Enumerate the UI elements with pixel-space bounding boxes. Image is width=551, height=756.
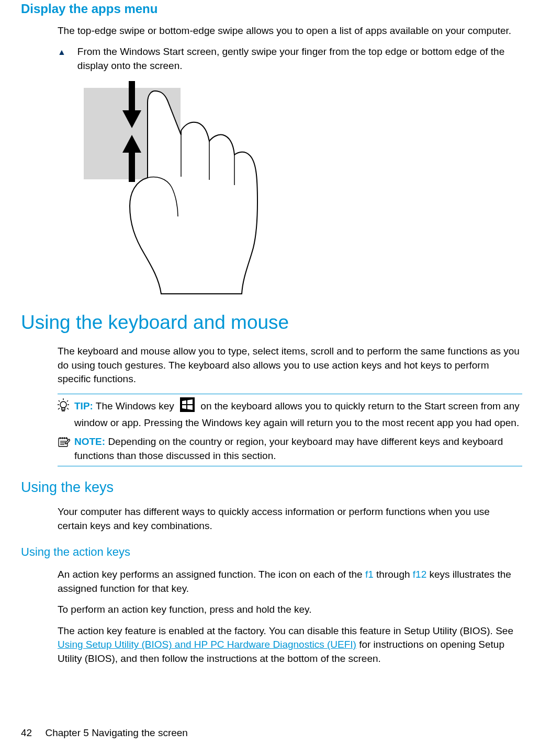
para-ak3-a: The action key feature is enabled at the… [58, 625, 513, 636]
hand-pointing-icon [126, 88, 262, 297]
para-keyboard-mouse: The keyboard and mouse allow you to type… [58, 345, 522, 386]
page-footer: 42 Chapter 5 Navigating the screen [21, 726, 188, 740]
tip-label: TIP: [74, 400, 93, 411]
svg-marker-16 [187, 399, 193, 404]
svg-line-7 [67, 400, 68, 402]
callout-rule-bottom [58, 466, 522, 466]
para-action-keys-1: An action key performs an assigned funct… [58, 568, 522, 595]
note-callout: NOTE: Depending on the country or region… [58, 435, 522, 463]
svg-point-4 [60, 402, 66, 408]
windows-key-icon [180, 397, 195, 416]
svg-line-11 [67, 408, 69, 409]
para-using-keys: Your computer has different ways to quic… [58, 505, 522, 533]
gesture-illustration [84, 80, 522, 289]
para-apps-menu: The top-edge swipe or bottom-edge swipe … [58, 24, 522, 38]
link-setup-utility[interactable]: Using Setup Utility (BIOS) and HP PC Har… [58, 639, 356, 650]
heading-action-keys: Using the action keys [21, 544, 522, 560]
f12-key-label: f12 [413, 569, 426, 580]
heading-display-apps-menu: Display the apps menu [21, 0, 522, 18]
lightbulb-icon [58, 397, 70, 416]
para-action-keys-2: To perform an action key function, press… [58, 603, 522, 617]
step-marker-icon: ▲ [58, 45, 66, 58]
svg-line-6 [59, 400, 60, 402]
callout-rule-top [58, 394, 522, 394]
step-text: From the Windows Start screen, gently sw… [77, 45, 522, 73]
para-ak1-a: An action key performs an assigned funct… [58, 569, 365, 580]
page-number: 42 [21, 727, 32, 738]
chapter-label: Chapter 5 Navigating the screen [45, 727, 188, 738]
tip-text-before: The Windows key [96, 400, 174, 411]
svg-marker-18 [187, 405, 193, 410]
f1-key-label: f1 [365, 569, 374, 580]
step-item: ▲ From the Windows Start screen, gently … [58, 45, 522, 73]
heading-using-keys: Using the keys [21, 478, 522, 498]
svg-line-10 [58, 408, 60, 409]
tip-callout: TIP: The Windows key on the keyboard all… [58, 397, 522, 430]
note-icon [58, 435, 70, 452]
heading-keyboard-mouse: Using the keyboard and mouse [21, 309, 522, 336]
para-ak1-b: through [374, 569, 413, 580]
note-text: Depending on the country or region, your… [74, 436, 503, 461]
para-action-keys-3: The action key feature is enabled at the… [58, 624, 522, 666]
svg-rect-12 [62, 408, 65, 410]
note-label: NOTE: [74, 436, 105, 447]
